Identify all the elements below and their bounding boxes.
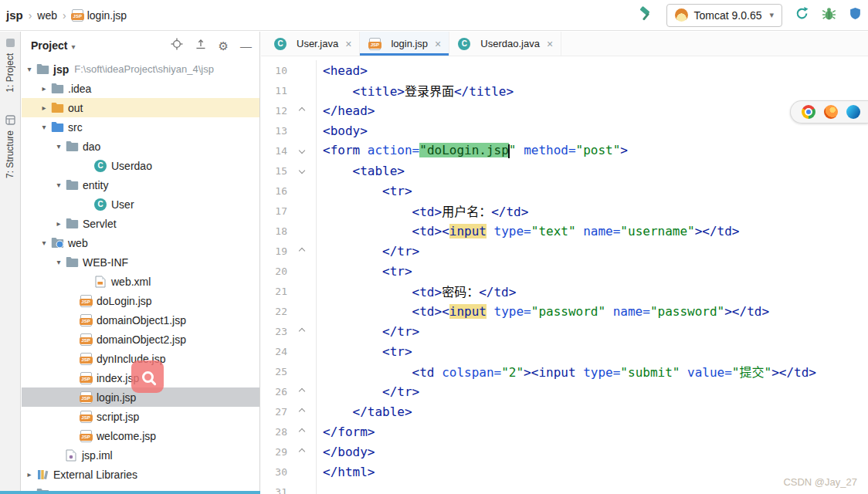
rerun-icon[interactable] <box>795 6 809 24</box>
settings-gear-icon[interactable]: ⚙ <box>219 40 229 52</box>
tree-item-label: web <box>68 237 88 249</box>
tree-item-jsp[interactable]: ▾jspF:\soft\ideaProject\shiyan_4\jsp <box>22 59 259 79</box>
fold-marker-icon[interactable] <box>298 328 304 334</box>
fold-marker-icon[interactable] <box>298 248 304 254</box>
line-number: 12 <box>261 105 287 117</box>
code-line-13[interactable]: 13<body> <box>261 120 868 140</box>
edge-browser-icon[interactable] <box>846 105 860 119</box>
code-line-15[interactable]: 15 <table> <box>261 161 868 181</box>
iml-file-icon <box>64 448 78 462</box>
tree-item-external-libraries[interactable]: ▸External Libraries <box>22 465 259 484</box>
code-line-10[interactable]: 10<head> <box>261 60 868 80</box>
fold-marker-icon[interactable] <box>298 448 304 455</box>
line-number: 31 <box>261 486 287 494</box>
breadcrumb-folder[interactable]: web <box>37 9 57 22</box>
code-line-16[interactable]: 16 <tr> <box>261 181 868 201</box>
tree-item--idea[interactable]: ▸.idea <box>22 79 259 98</box>
debug-bug-icon[interactable] <box>822 6 836 24</box>
tree-item-dao[interactable]: ▾dao <box>22 137 259 156</box>
tab-userdao-java[interactable]: CUserdao.java× <box>449 32 561 56</box>
run-configuration-label: Tomcat 9.0.65 <box>694 9 762 22</box>
close-tab-icon[interactable]: × <box>547 38 553 50</box>
tree-item-welcome-jsp[interactable]: JSPwelcome.jsp <box>22 426 259 445</box>
tab-user-java[interactable]: CUser.java× <box>266 32 360 56</box>
fold-marker-icon[interactable] <box>298 147 304 154</box>
code-text: </tr> <box>317 244 419 259</box>
code-line-29[interactable]: 29</body> <box>261 442 868 462</box>
tree-item-web-xml[interactable]: web.xml <box>22 272 259 291</box>
code-line-14[interactable]: 14<form action="doLogin.jsp" method="pos… <box>261 140 868 161</box>
tree-item-out[interactable]: ▸out <box>22 98 259 117</box>
fold-gutter <box>287 341 317 361</box>
chevron-separator-icon: › <box>63 9 66 22</box>
close-tab-icon[interactable]: × <box>435 38 441 50</box>
expand-arrow-icon[interactable]: ▸ <box>23 470 36 479</box>
tree-item-servlet[interactable]: ▸Servlet <box>22 214 259 233</box>
code-line-19[interactable]: 19 </tr> <box>261 241 868 261</box>
expand-arrow-icon[interactable]: ▾ <box>53 258 65 266</box>
expand-arrow-icon[interactable]: ▾ <box>38 123 50 131</box>
hide-panel-icon[interactable]: — <box>240 40 252 52</box>
tree-item-script-jsp[interactable]: JSPscript.jsp <box>22 407 259 426</box>
code-line-17[interactable]: 17 <td>用户名：</td> <box>261 201 868 221</box>
watermark-text: CSDN @Jay_27 <box>783 476 857 488</box>
breadcrumb-project[interactable]: jsp <box>6 8 23 22</box>
expand-arrow-icon[interactable]: ▾ <box>23 65 36 73</box>
expand-arrow-icon[interactable]: ▸ <box>38 103 50 112</box>
tree-item-userdao[interactable]: CUserdao <box>22 156 259 175</box>
tree-item-dologin-jsp[interactable]: JSPdoLogin.jsp <box>22 291 259 310</box>
expand-arrow-icon[interactable]: ▸ <box>38 84 50 93</box>
code-text: <td><input type="text" name="username"><… <box>317 224 740 239</box>
tree-item-web-inf[interactable]: ▾WEB-INF <box>22 252 259 272</box>
code-text: </head> <box>317 103 375 118</box>
expand-arrow-icon[interactable]: ▸ <box>53 219 65 228</box>
close-tab-icon[interactable]: × <box>345 38 351 50</box>
chrome-browser-icon[interactable] <box>802 105 815 119</box>
tree-item-domainobject1-jsp[interactable]: JSPdomainObject1.jsp <box>22 310 259 330</box>
coverage-shield-icon[interactable] <box>849 7 862 23</box>
tree-item-web[interactable]: ▾web <box>22 233 259 252</box>
code-line-25[interactable]: 25 <td colspan="2"><input type="submit" … <box>261 361 868 381</box>
fold-marker-icon[interactable] <box>298 408 304 414</box>
tool-window-button-structure[interactable]: 7: Structure <box>0 115 20 178</box>
fold-marker-icon[interactable] <box>298 107 304 113</box>
code-line-24[interactable]: 24 <tr> <box>261 341 868 361</box>
firefox-browser-icon[interactable] <box>824 105 838 119</box>
code-line-28[interactable]: 28</form> <box>261 421 868 442</box>
tree-item-domainobject2-jsp[interactable]: JSPdomainObject2.jsp <box>22 330 259 349</box>
locate-target-icon[interactable] <box>171 38 183 53</box>
run-configuration-select[interactable]: Tomcat 9.0.65 ▾ <box>666 4 782 27</box>
code-line-23[interactable]: 23 </tr> <box>261 321 868 341</box>
tree-item-entity[interactable]: ▾entity <box>22 175 259 195</box>
fold-gutter <box>287 100 317 120</box>
breadcrumb-file[interactable]: JSP login.jsp <box>72 9 127 22</box>
code-line-12[interactable]: 12</head> <box>261 100 868 120</box>
code-line-21[interactable]: 21 <td>密码：</td> <box>261 281 868 301</box>
expand-arrow-icon[interactable]: ▾ <box>38 239 50 247</box>
collapse-all-icon[interactable] <box>195 38 207 53</box>
fold-marker-icon[interactable] <box>298 388 304 394</box>
panel-title[interactable]: Project <box>31 39 67 52</box>
tree-item-jsp-iml[interactable]: jsp.iml <box>22 445 259 465</box>
code-line-30[interactable]: 30</html> <box>261 462 868 482</box>
tree-item-user[interactable]: CUser <box>22 195 259 214</box>
code-line-27[interactable]: 27 </table> <box>261 401 868 421</box>
code-line-26[interactable]: 26 </tr> <box>261 381 868 401</box>
fold-marker-icon[interactable] <box>298 428 304 435</box>
expand-arrow-icon[interactable]: ▾ <box>53 181 65 189</box>
tool-window-button-project[interactable]: 1: Project <box>0 38 20 93</box>
tab-login-jsp[interactable]: JSPlogin.jsp× <box>360 32 449 56</box>
code-line-31[interactable]: 31 <box>261 482 868 494</box>
tree-item-src[interactable]: ▾src <box>22 117 259 137</box>
code-line-22[interactable]: 22 <td><input type="password" name="pass… <box>261 301 868 321</box>
code-line-11[interactable]: 11 <title>登录界面</title> <box>261 80 868 100</box>
fold-marker-icon[interactable] <box>298 167 304 174</box>
chevron-down-icon[interactable]: ▾ <box>71 42 75 51</box>
fold-gutter <box>287 281 317 301</box>
code-editor[interactable]: 10<head>11 <title>登录界面</title>12</head>1… <box>261 57 868 494</box>
expand-arrow-icon[interactable]: ▾ <box>53 142 65 151</box>
panel-horizontal-scrollbar[interactable] <box>0 491 260 494</box>
code-line-20[interactable]: 20 <tr> <box>261 261 868 281</box>
code-line-18[interactable]: 18 <td><input type="text" name="username… <box>261 221 868 241</box>
build-hammer-icon[interactable] <box>637 5 654 25</box>
